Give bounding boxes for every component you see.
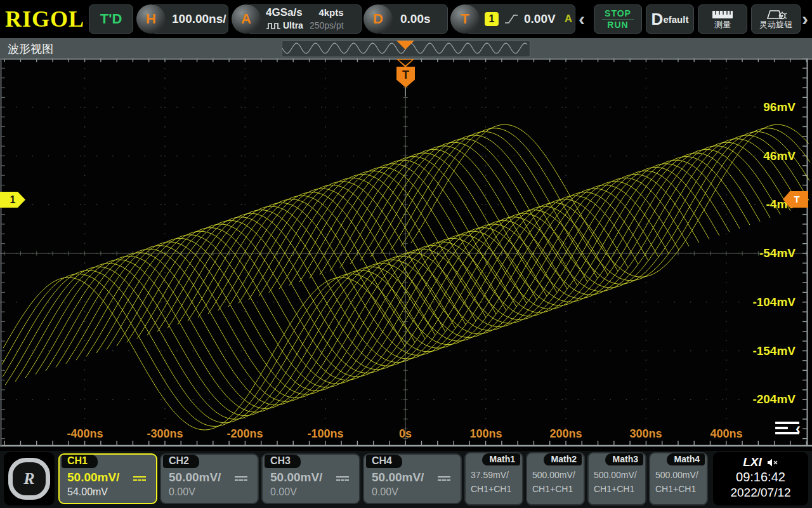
ch1-tab: CH1 [62,455,98,468]
math3-tab: Math3 [605,453,643,465]
delay-knob[interactable]: D [363,4,393,34]
x-label-300ns: 300ns [629,427,662,441]
sample-rate: 4GSa/s [266,6,303,19]
quick-knob-icon [764,9,787,20]
x-label-200ns: 200ns [549,427,582,441]
sample-resolution: 250ps/pt [310,19,344,32]
x-label-0s: 0s [399,427,412,441]
x-label--200ns: -200ns [226,427,263,441]
nav-left-chevron[interactable]: ‹ [579,10,585,28]
waveform-grid-and-traces [0,58,812,451]
gear-r-letter: R [23,469,34,488]
math4-scale: 500.00mV/ [655,470,707,480]
ch2-offset: 0.00V [169,486,258,498]
rising-edge-icon [504,13,519,25]
ultra-wave-icon [266,21,281,30]
ch3-offset: 0.00V [270,486,359,498]
channel-card-ch2[interactable]: CH2 50.00mV/ 0.00V [160,453,259,504]
trigger-mode-badge: A [565,13,572,25]
nav-right-chevron[interactable]: › [802,10,808,28]
lxi-logo: LXI [743,455,762,469]
quick-knob-button[interactable]: 灵动旋钮 [751,4,801,34]
collapse-menu-icon[interactable]: ‹ [775,422,799,438]
delay-value: 0.00s [400,12,431,26]
ruler-icon [712,10,733,20]
acquire-knob[interactable]: A [232,4,261,34]
ch2-tab: CH2 [163,455,199,468]
oscilloscope-screen: RIGOL T'D H 100.00ns/ A 4GSa/s Ultra 4kp… [0,0,812,508]
x-label-400ns: 400ns [710,427,742,441]
math3-expr: CH1+CH1 [594,484,645,494]
collapse-chevron: ‹ [796,420,801,438]
x-label--100ns: -100ns [307,427,343,441]
math1-expr: CH1+CH1 [471,484,522,494]
y-label--154mV: -154mV [752,344,796,358]
system-date: 2022/07/12 [713,485,808,500]
x-label-100ns: 100ns [469,427,502,441]
math3-scale: 500.00mV/ [594,470,645,480]
speaker-muted-icon [767,458,778,467]
waveform-overview-strip[interactable] [282,40,530,57]
view-title: 波形视图 [8,41,53,57]
math1-scale: 37.59mV/ [471,470,522,480]
default-rest: efault [663,14,688,25]
collapse-bar [775,427,788,429]
dc-coupling-icon [438,474,450,481]
trigger-source-badge: 1 [485,12,499,26]
math2-expr: CH1+CH1 [532,484,584,494]
measure-button[interactable]: 测量 [698,4,747,34]
view-title-bar: 波形视图 [0,38,812,58]
trigger-level-value: 0.00V [524,12,556,26]
acquire-mode: Ultra [283,19,303,32]
ch3-tab: CH3 [265,455,301,468]
channel-status-bar: R CH1 50.00mV/ 54.00mV CH2 50.00mV/ 0.00… [0,451,812,508]
math-card-math4[interactable]: Math4 500.00mV/ CH1+CH1 [649,452,708,505]
math-card-math2[interactable]: Math2 500.00mV/ CH1+CH1 [526,452,585,505]
math4-tab: Math4 [667,453,705,465]
math1-tab: Math1 [482,453,520,465]
system-status-box[interactable]: LXI 09:16:42 2022/07/12 [713,452,808,505]
ch2-scale: 50.00mV/ [169,471,221,485]
run-label: RUN [607,20,628,30]
default-initial: D [652,10,664,29]
ch4-scale: 50.00mV/ [372,471,424,485]
system-time: 09:16:42 [713,469,808,485]
y-label-46mV: 46mV [763,149,796,163]
math2-tab: Math2 [544,453,582,465]
top-status-bar: RIGOL T'D H 100.00ns/ A 4GSa/s Ultra 4kp… [0,0,812,38]
channel-card-ch3[interactable]: CH3 50.00mV/ 0.00V [261,453,360,504]
channel-card-ch1[interactable]: CH1 50.00mV/ 54.00mV [58,453,157,504]
ch1-scale: 50.00mV/ [67,471,119,485]
dc-coupling-icon [336,474,349,481]
trigger-knob[interactable]: T [450,4,480,34]
y-label--54mV: -54mV [759,246,796,260]
default-button[interactable]: Default [646,4,694,34]
memory-depth: 4kpts [310,6,344,19]
trigger-button[interactable]: 1 0.00V A [465,4,575,34]
stop-label: STOP [605,8,631,19]
gear-ring: R [8,458,50,500]
ch4-offset: 0.00V [372,486,461,498]
x-label--300ns: -300ns [147,427,183,441]
acquire-button[interactable]: 4GSa/s Ultra 4kpts 250ps/pt [246,4,362,34]
horizontal-knob[interactable]: H [136,4,166,34]
y-label-96mV: 96mV [763,100,796,114]
rigol-gear-logo[interactable]: R [4,452,55,505]
quick-knob-label: 灵动旋钮 [759,20,792,29]
math-card-math3[interactable]: Math3 500.00mV/ CH1+CH1 [587,452,646,505]
trigger-status-button[interactable]: T'D [89,4,133,34]
math-card-math1[interactable]: Math1 37.59mV/ CH1+CH1 [464,452,523,505]
dc-coupling-icon [235,474,247,481]
dc-coupling-icon [133,474,146,481]
x-label--400ns: -400ns [67,427,103,441]
horizontal-scale-value: 100.00ns/ [172,12,226,26]
run-stop-button[interactable]: STOP RUN [594,4,642,34]
rigol-logo: RIGOL [5,6,84,36]
y-label--104mV: -104mV [752,295,796,309]
ch3-scale: 50.00mV/ [270,471,322,485]
channel-card-ch4[interactable]: CH4 50.00mV/ 0.00V [363,453,462,504]
y-label--204mV: -204mV [752,392,796,406]
math4-expr: CH1+CH1 [655,484,707,494]
ch4-tab: CH4 [366,455,402,468]
measure-label: 测量 [714,20,731,29]
